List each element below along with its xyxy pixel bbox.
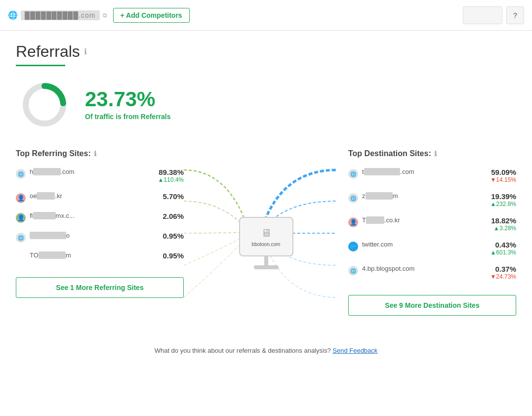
donut-label-prefix: Of traffic is from <box>85 113 139 121</box>
site-icon-avatar: 👤 <box>348 217 358 227</box>
site-icon-globe: 🌐 <box>348 193 358 203</box>
donut-chart <box>20 80 69 129</box>
help-button[interactable]: ? <box>506 6 524 24</box>
site-icon-avatar: 👤 <box>16 213 26 223</box>
site-change: ▼24.73% <box>490 273 516 280</box>
donut-label: Of traffic is from Referrals <box>85 113 171 121</box>
title-underline <box>16 65 65 66</box>
domain-text: ██████████.com <box>21 10 100 20</box>
site-name: T████.co.kr <box>362 216 416 224</box>
site-percent: 2.06% <box>163 212 184 220</box>
list-item: 🌐 h██████.com 89.38% ▲110.4% <box>16 168 184 183</box>
monitor-body: 🖥 bbotoon.com <box>239 217 293 256</box>
right-panel: Top Destination Sites: ℹ 🌐 t████████.com… <box>348 149 516 316</box>
computer-graphic: 🖥 bbotoon.com <box>239 217 293 269</box>
right-panel-info-icon[interactable]: ℹ <box>434 150 437 158</box>
site-percent: 59.09% <box>490 168 516 176</box>
right-panel-title: Top Destination Sites: ℹ <box>348 149 516 158</box>
left-panel-info-icon[interactable]: ℹ <box>94 150 96 158</box>
left-panel-title: Top Referring Sites: ℹ <box>16 149 184 158</box>
site-stats: 0.43% ▲601.3% <box>490 241 516 256</box>
site-name: fl█████mx.c... <box>30 212 84 219</box>
site-icon-avatar: 👤 <box>16 193 26 203</box>
add-competitors-button[interactable]: + Add Competitors <box>113 8 190 23</box>
donut-section: 23.73% Of traffic is from Referrals <box>16 80 516 129</box>
footer-text: What do you think about our referrals & … <box>155 347 331 354</box>
list-item: 🌐 t████████.com 59.09% ▼14.15% <box>348 168 516 183</box>
site-percent: 0.37% <box>490 265 516 273</box>
page-title: Referrals <box>16 42 80 61</box>
main-content: Top Referring Sites: ℹ 🌐 h██████.com 89.… <box>16 149 516 337</box>
site-name: twitter.com <box>362 241 416 248</box>
site-name: t████████.com <box>362 168 416 175</box>
list-item: 🐦 twitter.com 0.43% ▲601.3% <box>348 241 516 256</box>
page-title-area: Referrals ℹ <box>16 42 516 61</box>
site-icon-globe: 🌐 <box>16 169 26 179</box>
globe-icon: 🌐 <box>8 10 18 20</box>
monitor-base <box>254 265 279 269</box>
donut-stats: 23.73% Of traffic is from Referrals <box>85 89 171 121</box>
site-change: ▲601.3% <box>490 249 516 256</box>
site-change: ▲3.28% <box>491 225 516 232</box>
site-name: z██████m <box>362 192 416 200</box>
site-icon-none <box>16 252 26 262</box>
site-name: TO██████m <box>30 251 84 259</box>
site-percent: 0.95% <box>163 251 184 260</box>
site-percent: 19.39% <box>490 192 516 201</box>
site-stats: 89.38% ▲110.4% <box>158 168 184 183</box>
list-item: TO██████m 0.95% <box>16 251 184 262</box>
site-percent: 0.95% <box>163 232 184 240</box>
header: 🌐 ██████████.com ⧉ + Add Competitors ? <box>0 0 532 31</box>
send-feedback-link[interactable]: Send Feedback <box>332 347 377 354</box>
site-change: ▼14.15% <box>490 176 516 183</box>
donut-svg <box>20 80 69 129</box>
site-stats: 19.39% ▲232.8% <box>490 192 516 208</box>
see-more-referring-button[interactable]: See 1 More Referring Sites <box>16 277 184 298</box>
site-percent: 0.43% <box>490 241 516 249</box>
donut-percent: 23.73% <box>85 89 171 110</box>
list-item: 🌐 4.bp.blogspot.com 0.37% ▼24.73% <box>348 265 516 280</box>
site-icon-globe: 🌐 <box>348 266 358 276</box>
see-more-destination-button[interactable]: See 9 More Destination Sites <box>348 295 516 316</box>
site-name: 4.bp.blogspot.com <box>362 265 416 272</box>
list-item: 👤 T████.co.kr 18.82% ▲3.28% <box>348 216 516 232</box>
site-change: ▲110.4% <box>158 176 184 183</box>
monitor-stand <box>264 256 268 265</box>
list-item: 🌐 ████████o 0.95% <box>16 232 184 243</box>
site-stats: 5.70% <box>163 192 184 201</box>
page-footer: What do you think about our referrals & … <box>16 337 516 359</box>
site-icon-globe: 🌐 <box>348 169 358 179</box>
site-name: ████████o <box>30 232 84 239</box>
site-stats: 0.95% <box>163 251 184 260</box>
site-stats: 0.95% <box>163 232 184 240</box>
domain-area: 🌐 ██████████.com ⧉ <box>8 10 107 20</box>
center-panel: 🖥 bbotoon.com <box>184 149 348 337</box>
header-search-box[interactable] <box>463 6 502 24</box>
site-stats: 59.09% ▼14.15% <box>490 168 516 183</box>
site-percent: 5.70% <box>163 192 184 201</box>
site-name: h██████.com <box>30 168 84 175</box>
site-change: ▲232.8% <box>490 201 516 208</box>
page-content: Referrals ℹ 23.73% Of traffic is from Re… <box>0 31 532 371</box>
external-link-icon: ⧉ <box>103 12 107 19</box>
monitor-screen-icon: 🖥 <box>261 227 272 240</box>
site-icon-globe: 🌐 <box>16 233 26 243</box>
site-stats: 0.37% ▼24.73% <box>490 265 516 280</box>
monitor-domain-text: bbotoon.com <box>252 242 281 247</box>
list-item: 👤 fl█████mx.c... 2.06% <box>16 212 184 223</box>
header-right: ? <box>463 6 524 24</box>
list-item: 🌐 z██████m 19.39% ▲232.8% <box>348 192 516 208</box>
site-percent: 89.38% <box>158 168 184 176</box>
title-info-icon[interactable]: ℹ <box>84 47 87 56</box>
site-stats: 2.06% <box>163 212 184 220</box>
site-icon-twitter: 🐦 <box>348 242 358 251</box>
site-percent: 18.82% <box>491 216 516 225</box>
list-item: 👤 oe████.kr 5.70% <box>16 192 184 203</box>
site-stats: 18.82% ▲3.28% <box>491 216 516 232</box>
left-panel: Top Referring Sites: ℹ 🌐 h██████.com 89.… <box>16 149 184 298</box>
site-name: oe████.kr <box>30 192 84 200</box>
donut-label-link[interactable]: Referrals <box>141 113 171 121</box>
